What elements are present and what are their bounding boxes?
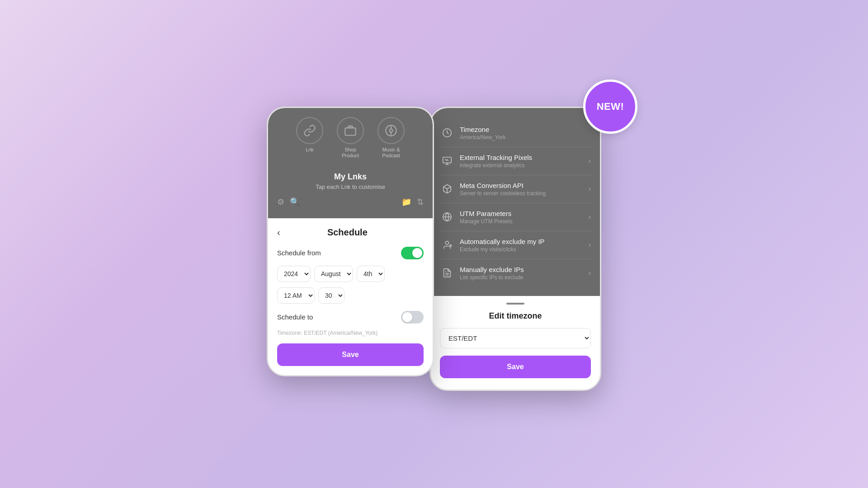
back-button[interactable]: ‹ — [277, 227, 280, 238]
my-lnks-title: My Lnks — [275, 172, 426, 182]
meta-title: Meta Conversion API — [460, 182, 589, 189]
settings-icon[interactable]: ⚙ — [277, 197, 284, 207]
tracking-title: External Tracking Pixels — [460, 154, 589, 161]
day-select[interactable]: 4th — [357, 266, 385, 282]
bottom-sheet: Edit timezone EST/EDT CST/CDT MST/MDT PS… — [431, 296, 600, 389]
settings-item-meta[interactable]: Meta Conversion API Server to server coo… — [440, 175, 591, 203]
svg-point-2 — [390, 129, 393, 132]
edit-timezone-title: Edit timezone — [440, 311, 591, 321]
auto-ip-subtitle: Exclude my visits/clicks — [460, 246, 589, 253]
timezone-text-block: Timezone America/New_York — [460, 126, 591, 141]
shop-icon-item[interactable]: ShopProduct — [337, 117, 364, 159]
new-badge-label: NEW! — [597, 101, 624, 113]
schedule-from-label: Schedule from — [277, 249, 321, 257]
shop-icon-label: ShopProduct — [342, 147, 359, 159]
manual-ip-subtitle: List specific IPs to exclude — [460, 274, 589, 281]
sort-icon[interactable]: ⇅ — [417, 197, 424, 207]
settings-list: Timezone America/New_York Externa — [440, 119, 591, 287]
new-badge: NEW! — [583, 80, 637, 134]
timezone-select[interactable]: EST/EDT CST/CDT MST/MDT PST/PDT GMT UTC — [440, 328, 591, 348]
schedule-from-toggle[interactable] — [401, 247, 424, 259]
music-icon-circle — [377, 117, 405, 144]
phones-container: NEW! Lnk — [267, 107, 601, 391]
timezone-title: Timezone — [460, 126, 591, 133]
tracking-subtitle: Integrate external analytics — [460, 162, 589, 169]
svg-point-8 — [445, 241, 448, 244]
schedule-title: Schedule — [285, 227, 410, 238]
timezone-subtitle: America/New_York — [460, 134, 591, 141]
lnk-icon-item[interactable]: Lnk — [296, 117, 323, 159]
manual-ip-chevron: › — [589, 269, 591, 277]
schedule-section: ‹ Schedule Schedule from 2024 August 4th — [268, 218, 433, 375]
auto-ip-icon — [440, 240, 454, 250]
schedule-header: ‹ Schedule — [277, 227, 424, 238]
manual-ip-icon — [440, 268, 454, 278]
utm-title: UTM Parameters — [460, 210, 589, 217]
utm-icon — [440, 212, 454, 222]
toolbar-row: ⚙ 🔍 📁 ⇅ — [275, 192, 426, 209]
lnk-icon-label: Lnk — [306, 147, 314, 153]
tracking-chevron: › — [589, 157, 591, 165]
music-icon-item[interactable]: Music &Podcast — [377, 117, 405, 159]
schedule-to-toggle[interactable] — [401, 311, 424, 324]
schedule-to-row: Schedule to — [277, 311, 424, 324]
schedule-from-row: Schedule from — [277, 247, 424, 259]
meta-subtitle: Server to server cookieless tracking — [460, 190, 589, 197]
settings-item-manual-ip[interactable]: Manually exclude IPs List specific IPs t… — [440, 259, 591, 287]
hour-select[interactable]: 12 AM — [277, 287, 315, 304]
utm-subtitle: Manage UTM Presets — [460, 218, 589, 225]
meta-icon — [440, 184, 454, 194]
manual-ip-text-block: Manually exclude IPs List specific IPs t… — [460, 266, 589, 281]
settings-item-tracking[interactable]: External Tracking Pixels Integrate exter… — [440, 147, 591, 175]
auto-ip-chevron: › — [589, 241, 591, 249]
icon-row: Lnk ShopProduct — [275, 117, 426, 159]
manual-ip-title: Manually exclude IPs — [460, 266, 589, 273]
utm-text-block: UTM Parameters Manage UTM Presets — [460, 210, 589, 225]
timezone-icon — [440, 128, 454, 138]
shop-icon-circle — [337, 117, 364, 144]
toolbar-left: ⚙ 🔍 — [277, 197, 300, 207]
toolbar-right: 📁 ⇅ — [401, 197, 424, 207]
save-button-right[interactable]: Save — [440, 356, 591, 378]
my-lnks-subtitle: Tap each Lnk to customise — [275, 183, 426, 190]
save-button-left[interactable]: Save — [277, 343, 424, 366]
settings-item-auto-ip[interactable]: Automatically exclude my IP Exclude my v… — [440, 231, 591, 259]
minute-select[interactable]: 30 — [318, 287, 344, 304]
auto-ip-text-block: Automatically exclude my IP Exclude my v… — [460, 238, 589, 253]
phone-top-section: Lnk ShopProduct — [268, 108, 433, 218]
settings-top: Timezone America/New_York Externa — [431, 108, 600, 296]
timezone-text: Timezone: EST/EDT (America/New_York) — [277, 330, 424, 336]
meta-text-block: Meta Conversion API Server to server coo… — [460, 182, 589, 197]
phone-left: Lnk ShopProduct — [267, 107, 434, 376]
drag-handle — [506, 303, 524, 305]
utm-chevron: › — [589, 213, 591, 221]
folder-icon[interactable]: 📁 — [401, 197, 411, 207]
lnk-icon-circle — [296, 117, 323, 144]
settings-item-utm[interactable]: UTM Parameters Manage UTM Presets › — [440, 203, 591, 231]
my-lnks-section: My Lnks Tap each Lnk to customise — [275, 168, 426, 192]
search-icon[interactable]: 🔍 — [290, 197, 300, 207]
schedule-to-label: Schedule to — [277, 313, 313, 321]
time-selects: 12 AM 30 — [277, 287, 424, 304]
tracking-text-block: External Tracking Pixels Integrate exter… — [460, 154, 589, 169]
settings-item-timezone[interactable]: Timezone America/New_York — [440, 119, 591, 147]
tracking-icon — [440, 156, 454, 166]
auto-ip-title: Automatically exclude my IP — [460, 238, 589, 245]
date-selects: 2024 August 4th — [277, 266, 424, 282]
phone-right: Timezone America/New_York Externa — [429, 107, 601, 391]
svg-rect-0 — [345, 128, 355, 135]
meta-chevron: › — [589, 185, 591, 193]
year-select[interactable]: 2024 — [277, 266, 311, 282]
music-icon-label: Music &Podcast — [382, 147, 400, 159]
month-select[interactable]: August — [314, 266, 353, 282]
